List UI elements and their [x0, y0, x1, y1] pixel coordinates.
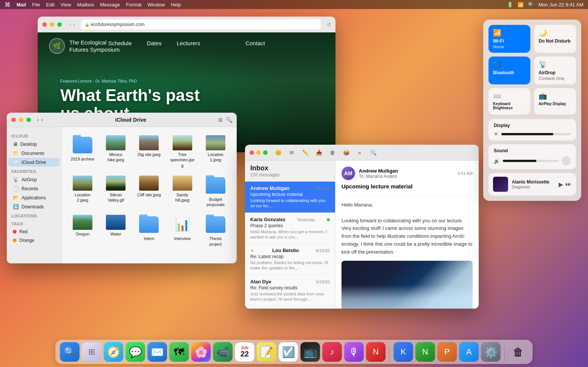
finder-search-button[interactable]: 🔍 — [226, 117, 232, 123]
sidebar-item-airdrop[interactable]: 📡 AirDrop — [8, 175, 60, 184]
file-item-sandyhill[interactable]: Sandy hill.jpeg — [167, 173, 198, 210]
file-item-water[interactable]: Water — [101, 213, 131, 249]
finder-view-toggle[interactable]: ⊞ — [218, 117, 223, 123]
file-item-mexico[interactable]: Mexico hike.jpeg — [101, 133, 131, 170]
mail-archive-icon[interactable]: 📦 — [341, 147, 351, 158]
menubar-file[interactable]: File — [32, 2, 40, 8]
sidebar-item-documents[interactable]: 📁 Documents — [8, 149, 60, 158]
file-item-intern[interactable]: Intern — [134, 213, 164, 249]
dock-item-music[interactable]: ♪ — [322, 342, 342, 362]
safari-nav-schedule[interactable]: Schedule — [108, 40, 132, 46]
mail-delete-icon[interactable]: 🗑 — [327, 147, 338, 158]
mail-compose-icon[interactable]: 😊 — [273, 147, 283, 158]
mail-item-3[interactable]: Alan Dye 6/19/20 Re: Field survey result… — [245, 275, 335, 306]
dock-item-news[interactable]: N — [366, 342, 386, 362]
sidebar-item-applications[interactable]: 📂 Applications — [8, 193, 60, 202]
dock-item-facetime[interactable]: 📹 — [213, 342, 233, 362]
sidebar-item-recents[interactable]: 🕐 Recents — [8, 184, 60, 193]
sound-knob[interactable] — [562, 156, 571, 165]
menubar-view[interactable]: View — [61, 2, 71, 8]
dock-item-reminders[interactable]: ☑️ — [279, 342, 298, 362]
file-item-tree[interactable]: Tree specimen.jpeg — [167, 133, 198, 170]
dock-item-trash[interactable]: 🗑 — [508, 342, 528, 362]
dock-item-keynote[interactable]: K — [394, 342, 413, 362]
dock-item-notes[interactable]: 📝 — [257, 342, 276, 362]
menubar-message[interactable]: Message — [100, 2, 120, 8]
safari-nav-contact[interactable]: Contact — [245, 40, 265, 46]
cc-display-slider[interactable] — [501, 133, 571, 135]
safari-nav-lecturers[interactable]: Lecturers — [177, 40, 201, 46]
file-item-interview[interactable]: 📊 Interview — [167, 213, 198, 249]
mail-item-2[interactable]: ★ Lou Belsito 6/19/20 Re: Latest recap N… — [245, 244, 335, 275]
dock-item-mail[interactable]: ✉️ — [147, 342, 167, 362]
apple-menu[interactable]: ⌘ — [5, 1, 11, 8]
menubar-format[interactable]: Format — [126, 2, 141, 8]
dock-item-sysprefs[interactable]: ⚙️ — [481, 342, 501, 362]
safari-minimize-button[interactable] — [50, 22, 54, 27]
cc-wifi-tile[interactable]: 📶 Wi-Fi Home — [488, 25, 530, 53]
file-item-location2[interactable]: Location 2.jpeg — [67, 173, 98, 210]
menubar-edit[interactable]: Edit — [46, 2, 54, 8]
cc-dnd-tile[interactable]: 🌙 Do Not Disturb — [534, 25, 576, 53]
mail-search-icon[interactable]: 🔍 — [368, 147, 378, 158]
dock-item-podcasts[interactable]: 🎙 — [344, 342, 364, 362]
safari-url-text[interactable]: ecofuturessymposium.com — [91, 22, 145, 27]
menubar-mailbox[interactable]: Mailbox — [77, 2, 94, 8]
sidebar-item-desktop[interactable]: 🖥 Desktop — [8, 140, 60, 148]
safari-zoom-button[interactable] — [57, 22, 62, 27]
dock-item-calendar[interactable]: JUN22 — [235, 342, 254, 362]
menubar-help[interactable]: Help — [171, 2, 181, 8]
safari-back-button[interactable]: ‹ — [69, 21, 71, 28]
dock-item-numbers[interactable]: N — [415, 342, 435, 362]
sidebar-item-downloads[interactable]: ⬇️ Downloads — [8, 202, 60, 211]
cc-airplay-tile[interactable]: 📺 AirPlay Display — [534, 88, 576, 115]
dock-item-pages[interactable]: P — [437, 342, 457, 362]
file-item-budget[interactable]: Budget proposals — [201, 173, 231, 210]
dock-item-appletv[interactable]: 📺 — [300, 342, 320, 362]
finder-back-button[interactable]: ‹ — [37, 116, 39, 123]
menubar-search-icon[interactable]: 🔍 — [528, 2, 534, 8]
dock-item-photos[interactable]: 🌸 — [191, 342, 211, 362]
finder-close-button[interactable] — [11, 118, 16, 122]
mail-item-1[interactable]: Karla Gonzalez Yesterday Phase 2 queries… — [245, 213, 335, 244]
mail-minimize-button[interactable] — [256, 150, 261, 155]
dock-item-messages[interactable]: 💬 — [126, 342, 145, 362]
dock-item-launchpad[interactable]: ⊞ — [82, 342, 101, 362]
file-item-2019archive[interactable]: 2019 archive — [67, 133, 98, 170]
mail-move-icon[interactable]: 📥 — [314, 147, 324, 158]
cc-sound-slider[interactable] — [503, 160, 559, 162]
dock-item-maps[interactable]: 🗺 — [169, 342, 189, 362]
file-item-digsite[interactable]: Dig site.jpeg — [134, 133, 164, 170]
safari-forward-button[interactable]: › — [73, 21, 75, 28]
play-button[interactable]: ▶ — [559, 181, 563, 188]
dock-item-finder[interactable]: 🔍 — [60, 342, 80, 362]
file-item-oregon[interactable]: Oregon — [67, 213, 98, 249]
file-item-location1[interactable]: Location 1.jpeg — [201, 133, 231, 170]
mail-zoom-button[interactable] — [263, 150, 268, 155]
safari-url-bar[interactable]: 🔒 ecofuturessymposium.com — [81, 20, 321, 29]
cc-airdrop-tile[interactable]: 📡 AirDrop Contacts Only — [534, 57, 576, 84]
sidebar-item-icloud[interactable]: ☁️ iCloud Drive — [8, 158, 60, 167]
mail-close-button[interactable] — [250, 150, 254, 155]
sidebar-tag-orange[interactable]: Orange — [8, 236, 60, 245]
mail-item-4[interactable]: ★ Cindy Cheung 6/18/20 Project timeline … — [245, 306, 335, 309]
file-item-cliffsite[interactable]: Cliff site.jpeg — [134, 173, 164, 210]
mail-more-icon[interactable]: » — [354, 147, 365, 158]
finder-forward-button[interactable]: › — [41, 116, 43, 123]
menubar-window[interactable]: Window — [147, 2, 165, 8]
sidebar-tag-red[interactable]: Red — [8, 228, 60, 236]
cc-bluetooth-tile[interactable]: 🔵 Bluetooth — [488, 57, 530, 84]
finder-zoom-button[interactable] — [26, 118, 31, 122]
mail-item-0[interactable]: Andrew Mulligan 9:41 AM Upcoming lecture… — [245, 182, 335, 213]
finder-minimize-button[interactable] — [19, 118, 23, 122]
file-item-thesis[interactable]: Thesis project — [201, 213, 231, 249]
mail-edit-icon[interactable]: ✏️ — [300, 147, 311, 158]
mail-send-icon[interactable]: ✉ — [286, 147, 297, 158]
cc-keyboard-tile[interactable]: ⌨️ Keyboard Brightness — [488, 88, 530, 115]
safari-nav-dates[interactable]: Dates — [147, 40, 162, 46]
dock-item-safari[interactable]: 🧭 — [104, 342, 123, 362]
safari-refresh-icon[interactable]: ↺ — [327, 22, 331, 28]
skip-forward-button[interactable]: ⏭ — [565, 181, 571, 188]
file-item-siliconvalley[interactable]: Silicon Valley.gif — [101, 173, 131, 210]
safari-close-button[interactable] — [42, 22, 47, 27]
